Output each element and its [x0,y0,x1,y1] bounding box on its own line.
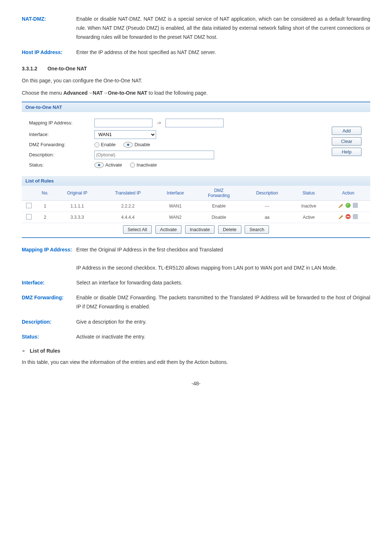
nav-suffix: to load the following page. [147,90,208,96]
status-activate-radio[interactable]: Activate [94,162,122,168]
table-footer: Select All Activate Inactivate Delete Se… [22,223,370,237]
section-heading: 3.3.1.2 One-to-One NAT [22,66,370,71]
nav-bold: Advanced→NAT→One-to-One NAT [63,90,147,96]
description-label: Description: [29,152,94,157]
activate-button[interactable]: Activate [155,225,181,234]
col-original-ip: Original IP [54,186,100,201]
delete-icon[interactable] [353,214,358,219]
cell-trans: 2.2.2.2 [100,200,156,212]
radio-icon [94,142,99,147]
cell-dmz: Disable [195,212,243,223]
cell-dmz: Enable [195,200,243,212]
disable-text: Disable [134,142,150,147]
cell-desc: --- [243,200,291,212]
inactivate-button[interactable]: Inactivate [185,225,215,234]
status-label: Status: [29,162,94,168]
interface-select[interactable]: WAN1 [94,130,156,139]
col-action: Action [326,186,370,201]
activate-text: Activate [105,162,122,168]
delete-icon[interactable] [353,203,358,208]
cell-no: 2 [36,212,54,223]
description-def-text: Give a description for the entry. [76,317,370,327]
description-input[interactable] [94,151,214,159]
edit-icon[interactable] [338,203,343,208]
col-no: No. [36,186,54,201]
radio-icon [123,142,133,148]
cell-orig: 1.1.1.1 [54,200,100,212]
search-button[interactable]: Search [245,225,269,234]
radio-icon [94,162,104,168]
cell-status: Active [291,212,326,223]
col-dmz-forwarding: DMZ Forwarding [195,186,243,201]
hostip-text: Enter the IP address of the host specifi… [76,48,370,57]
original-ip-input[interactable] [94,119,152,127]
table-row: 2 3.3.3.3 4.4.4.4 WAN2 Disable aa Active [22,212,370,223]
cell-trans: 4.4.4.4 [100,212,156,223]
description-def-label: Description: [22,317,76,327]
page-number: -48- [22,381,370,386]
list-rules-title: List of Rules [30,348,60,354]
interface-def-label: Interface: [22,278,76,287]
cell-desc: aa [243,212,291,223]
nav-line: Choose the menu Advanced→NAT→One-to-One … [22,89,370,97]
mapping-def-text: Enter the Original IP Address in the fir… [76,245,370,273]
translated-ip-input[interactable] [166,119,224,127]
section-number: 3.3.1.2 [22,66,37,71]
hostip-label: Host IP Address: [22,48,76,57]
cell-iface: WAN1 [156,200,195,212]
dmz-disable-radio[interactable]: Disable [123,142,150,148]
delete-button[interactable]: Delete [218,225,241,234]
cell-orig: 3.3.3.3 [54,212,100,223]
cell-no: 1 [36,200,54,212]
col-translated-ip: Translated IP [100,186,156,201]
dmz-enable-radio[interactable]: Enable [94,142,115,147]
status-inactivate-radio[interactable]: Inactivate [130,162,157,168]
activate-icon[interactable] [346,203,351,208]
natdmz-label: NAT-DMZ: [22,15,76,42]
cell-status: Inactive [291,200,326,212]
table-row: 1 1.1.1.1 2.2.2.2 WAN1 Enable --- Inacti… [22,200,370,212]
help-button[interactable]: Help [332,148,362,156]
dmz-def-text: Enable or disable DMZ Forwarding. The pa… [76,293,370,311]
add-button[interactable]: Add [332,127,362,135]
col-description: Description [243,186,291,201]
arrow-icon: -> [155,120,163,126]
interface-label: Interface: [29,132,94,137]
status-def-text: Activate or inactivate the entry. [76,332,370,341]
enable-text: Enable [101,142,115,147]
section-title: One-to-One NAT [48,66,87,71]
edit-icon[interactable] [338,214,343,219]
chevron-right-icon: ➢ [22,348,25,353]
row-checkbox[interactable] [26,203,32,208]
mapping-line2: IP Address in the second checkbox. TL-ER… [76,265,337,271]
intro-text: On this page, you can configure the One-… [22,77,370,85]
nav-prefix: Choose the menu [22,90,63,96]
rules-table: No. Original IP Translated IP Interface … [22,186,370,223]
col-status: Status [291,186,326,201]
cell-iface: WAN2 [156,212,195,223]
inactivate-text: Inactivate [136,162,157,168]
radio-icon [130,163,135,168]
mapping-label: Mapping IP Address: [29,120,94,126]
list-rules-text: In this table, you can view the informat… [22,358,370,366]
interface-def-text: Select an interface for forwarding data … [76,278,370,287]
list-of-rules-heading: ➢ List of Rules [22,348,370,354]
natdmz-text: Enable or disable NAT-DMZ. NAT DMZ is a … [76,15,370,42]
one-to-one-nat-panel: One-to-One NAT Mapping IP Address: -> In… [22,102,370,238]
clear-button[interactable]: Clear [332,137,362,145]
col-interface: Interface [156,186,195,201]
status-def-label: Status: [22,332,76,341]
panel-title: One-to-One NAT [22,102,370,112]
dmzfwd-label: DMZ Forwarding: [29,142,94,147]
inactivate-icon[interactable] [346,214,351,219]
mapping-line1: Enter the Original IP Address in the fir… [76,247,223,253]
select-all-button[interactable]: Select All [123,225,152,234]
list-of-rules-header: List of Rules [22,176,370,186]
row-checkbox[interactable] [26,214,32,219]
mapping-def-label: Mapping IP Address: [22,245,76,273]
dmz-def-label: DMZ Forwarding: [22,293,76,311]
